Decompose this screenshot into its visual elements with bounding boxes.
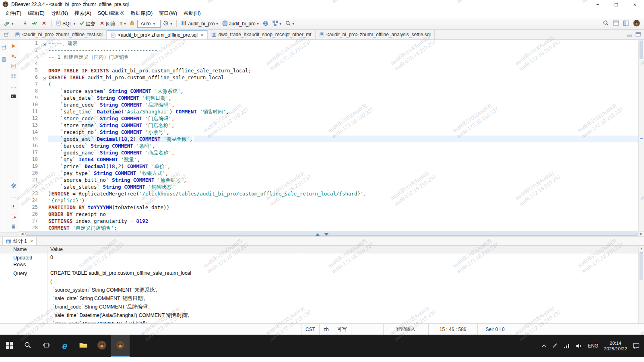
code-line[interactable]: 11 `sale_time` Datetime('Asia/Shanghai')… (19, 108, 638, 115)
globe-button[interactable] (261, 19, 270, 29)
menu-sql-editor[interactable]: SQL 编辑器 (95, 9, 128, 18)
rollback-all-button[interactable] (40, 19, 48, 28)
explain-plan-icon[interactable] (10, 72, 17, 80)
maximize-panel-icon[interactable] (636, 31, 641, 38)
scroll-left-arrow[interactable]: ◀ (19, 232, 25, 236)
fetch-button[interactable] (21, 19, 29, 28)
search-button[interactable]: ▾ (284, 19, 296, 29)
code-line[interactable]: 25PARTITION BY toYYYYMM(toDate(sale_date… (19, 204, 638, 211)
menu-navigate[interactable]: 导航(N) (48, 9, 71, 18)
editor-tab-1[interactable]: <audit_bi_pro> zhumr_offline_pre.sql× (107, 30, 208, 39)
selection-indicator[interactable]: Sel: 0 | 0 (477, 324, 513, 335)
new-sql-editor-button[interactable]: SQL ▾ (54, 19, 77, 28)
execute-new-tab-icon[interactable] (10, 52, 17, 60)
code-line[interactable]: 6CREATE TABLE audit_bi_pro.custom_offlin… (19, 74, 638, 81)
quick-search-button[interactable] (601, 19, 611, 29)
action-center-button[interactable] (630, 335, 642, 357)
execute-script-icon[interactable] (10, 62, 17, 70)
code-line[interactable]: 22 `sale_status` String COMMENT '销售状态' (19, 183, 638, 190)
commit-button[interactable]: 提交 (78, 19, 97, 29)
code-line[interactable]: 17 `goods_name` String COMMENT '商品名称', (19, 149, 638, 156)
more-actions-icon[interactable]: .... (10, 192, 17, 200)
results-vertical-scrollbar[interactable]: ▲ (638, 246, 644, 323)
caret-position-indicator[interactable]: 15 : 46 : 586 (428, 324, 477, 335)
sql-editor[interactable]: 1-- 一、建表2-------------------------------… (19, 40, 644, 231)
result-name-cell[interactable]: Updated Rows (12, 253, 47, 269)
start-button[interactable] (0, 335, 19, 357)
menu-database[interactable]: 数据库(D) (127, 9, 156, 18)
dbeaver-home-button[interactable] (632, 19, 642, 29)
commit-all-button[interactable] (30, 19, 39, 28)
editor-tab-2[interactable]: dwd_trade_hkaudit_shop_receipt_other_mt (208, 30, 316, 39)
open-console-icon[interactable] (10, 93, 17, 100)
maximize-button[interactable]: □ (607, 0, 625, 9)
clock[interactable]: 20:14 2025/10/22 (601, 335, 630, 357)
code-line[interactable]: 23)ENGINE = ReplicatedMergeTree('/clickh… (19, 190, 638, 197)
column-header-name[interactable]: Name (12, 246, 47, 253)
code-line[interactable]: 9 `sale_date` String COMMENT '销售日期', (19, 95, 638, 101)
code-line[interactable]: 27SETTINGS index_granularity = 8192 (19, 218, 638, 224)
code-line[interactable]: 10 `brand_code` String COMMENT '品牌编码', (19, 101, 638, 108)
code-line[interactable]: 21 `source_bill_no` String COMMENT '原单据号… (19, 177, 638, 183)
column-header-value[interactable]: Value (47, 246, 295, 253)
dbeaver-taskbar-button-active[interactable] (111, 335, 130, 357)
network-tray-icon[interactable] (561, 335, 573, 357)
autocommit-lock-button[interactable] (128, 19, 136, 28)
column-divider[interactable] (47, 246, 48, 323)
code-line[interactable]: 16 `barcode` String COMMENT '条码', (19, 142, 638, 149)
taskbar-search-button[interactable] (19, 335, 37, 357)
language-button[interactable]: ENG (585, 335, 601, 357)
language-indicator[interactable]: zh (319, 324, 333, 335)
code-line[interactable]: 12 `store_code` String COMMENT '门店编码', (19, 115, 638, 122)
result-value-cell[interactable]: CREATE TABLE audit_bi_pro.custom_offline… (47, 269, 191, 323)
code-line[interactable]: 26ORDER BY receipt_no (19, 211, 638, 218)
editor-tab-0[interactable]: <audit_bi_pro> zhumr_offline_test.sql (11, 30, 107, 39)
editor-horizontal-scrollbar[interactable]: ◀ ▶ (19, 231, 644, 236)
code-line[interactable]: 3-- 1 创建自定义（国内）门店销售 (19, 53, 638, 60)
scroll-right-arrow[interactable]: ▶ (638, 232, 644, 236)
close-button[interactable]: × (625, 0, 644, 9)
insert-mode-indicator[interactable]: 智能插入 (383, 324, 428, 335)
connection-selector[interactable]: audit_bi_pro ▾ (180, 19, 219, 29)
column-divider[interactable] (298, 246, 298, 323)
menu-help[interactable]: 帮助(H) (180, 9, 204, 18)
restore-view-icon[interactable] (0, 44, 8, 51)
code-line[interactable]: 19 `price` Decimal(18,2) COMMENT '单价', (19, 163, 638, 170)
settings-gear-icon[interactable] (10, 182, 17, 189)
menu-search[interactable]: 搜索(A) (71, 9, 95, 18)
scrollbar-thumb[interactable] (25, 232, 638, 236)
export-result-icon[interactable] (10, 202, 17, 210)
write-mode-indicator[interactable]: 可写 (333, 324, 351, 335)
fold-minus-icon[interactable] (43, 77, 46, 80)
code-line[interactable]: 5DROP TABLE IF EXISTS audit_bi_pro.custo… (19, 67, 638, 74)
scroll-up-arrow[interactable]: ▲ (639, 246, 644, 251)
table-row[interactable]: Updated Rows0 (0, 253, 644, 269)
commit-mode-combo[interactable]: Auto ▾ (137, 20, 161, 28)
more-actions-icon[interactable]: .... (10, 82, 17, 90)
scrollbar-thumb[interactable] (640, 41, 643, 59)
toggle-panel-button[interactable] (611, 19, 621, 28)
volume-icon[interactable] (573, 335, 585, 357)
restore-editor-button[interactable] (2, 30, 11, 39)
splitter-collapse-down-icon[interactable] (324, 233, 328, 236)
tab-statistics[interactable]: 统计 1 × (2, 237, 37, 245)
edge-button[interactable]: e (56, 335, 74, 357)
file-explorer-button[interactable] (74, 335, 93, 357)
code-line[interactable]: 4------------------------------------ (19, 60, 638, 67)
fold-collapse-icon[interactable] (42, 74, 48, 81)
pen-icon[interactable] (549, 335, 561, 357)
schema-selector[interactable]: audit_bi_pro ▾ (221, 19, 260, 29)
code-line[interactable]: 24'{replica}') (19, 197, 638, 204)
execute-statement-icon[interactable] (10, 42, 17, 49)
menu-edit[interactable]: 编辑(E) (25, 9, 48, 18)
code-line[interactable]: 28COMMENT '自定义门店销售'; (19, 224, 638, 231)
code-line[interactable]: 2------------------------------------ (19, 47, 638, 53)
minimize-panel-icon[interactable] (627, 31, 632, 38)
transaction-log-button[interactable]: ▾ (161, 19, 173, 29)
code-line[interactable]: 7( (19, 81, 638, 88)
code-line[interactable]: 14 `receipt_no` String COMMENT '小票号', (19, 129, 638, 136)
splitter-collapse-up-icon[interactable] (316, 233, 320, 236)
code-line[interactable]: 8 `source_system` String COMMENT '来源系统', (19, 88, 638, 95)
scrollbar-thumb[interactable] (640, 252, 643, 280)
transaction-mode-button[interactable]: T ▾ (118, 20, 127, 28)
